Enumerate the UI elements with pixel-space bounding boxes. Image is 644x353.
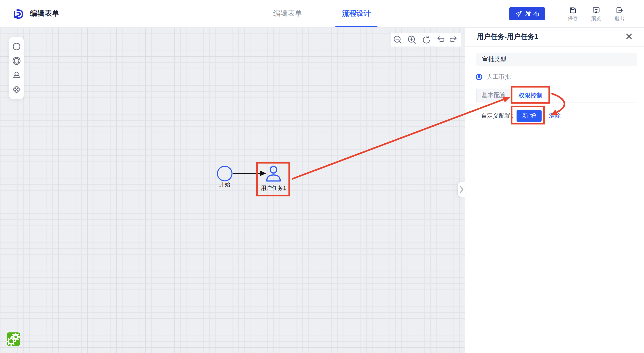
custom-config-label: 自定义配置 : [481,110,514,122]
preview-icon [592,6,600,15]
panel-header: 用户任务-用户任务1 [465,27,644,46]
preview-button[interactable]: 预览 [584,6,608,22]
process-canvas[interactable]: 开始 用户任务1 [0,27,465,353]
panel-title: 用户任务-用户任务1 [477,27,538,46]
end-event-icon[interactable] [12,56,21,66]
approval-type-section-header[interactable]: 审批类型 [476,53,637,66]
panel-collapse-handle[interactable] [458,182,465,197]
start-event-node[interactable] [217,166,232,181]
bpmn-logo-icon[interactable] [6,332,20,346]
app-window: 编辑表单 编辑表单 流程设计 发 布 保存 [0,0,644,353]
tab-basic-config[interactable]: 基本配置 [476,88,511,102]
properties-panel: 用户任务-用户任务1 审批类型 人工审批 基本配置 权限控制 自定义配置 : 新… [465,27,644,353]
top-bar: 编辑表单 编辑表单 流程设计 发 布 保存 [0,0,644,28]
start-event-icon[interactable] [12,42,21,52]
panel-tabs: 基本配置 权限控制 [476,88,637,102]
user-task-node[interactable] [267,166,280,181]
user-task-label: 用户任务1 [261,185,286,191]
tab-process-design[interactable]: 流程设计 [336,0,378,27]
redo-button[interactable] [447,33,461,47]
clear-link[interactable]: 清除 [549,110,561,122]
exit-icon [615,6,624,15]
save-icon [568,6,577,15]
canvas-toolbar [391,33,461,47]
shape-palette [9,37,24,99]
chevron-right-icon [458,182,465,196]
manual-approval-radio[interactable]: 人工审批 [476,70,511,83]
flow-diagram: 开始 用户任务1 [0,27,465,353]
paper-plane-icon [514,10,522,18]
undo-button[interactable] [433,33,447,47]
header-actions: 发 布 保存 预览 [509,0,631,27]
exit-button[interactable]: 退出 [608,6,631,22]
tab-edit-form[interactable]: 编辑表单 [266,0,308,27]
publish-button[interactable]: 发 布 [509,7,545,20]
custom-config-row: 自定义配置 : 新 增 清除 [465,110,644,122]
user-task-icon[interactable] [12,70,21,80]
add-button[interactable]: 新 增 [516,110,542,122]
start-node-label: 开始 [219,181,230,187]
sequence-flow-arrow[interactable] [233,170,266,176]
close-icon[interactable] [626,33,632,40]
save-button[interactable]: 保存 [561,6,584,22]
gateway-icon[interactable] [12,85,21,94]
radio-icon [476,74,482,80]
tab-permission-control[interactable]: 权限控制 [512,88,549,103]
zoom-in-button[interactable] [405,33,418,47]
zoom-out-button[interactable] [391,33,404,47]
reset-view-button[interactable] [419,33,433,47]
